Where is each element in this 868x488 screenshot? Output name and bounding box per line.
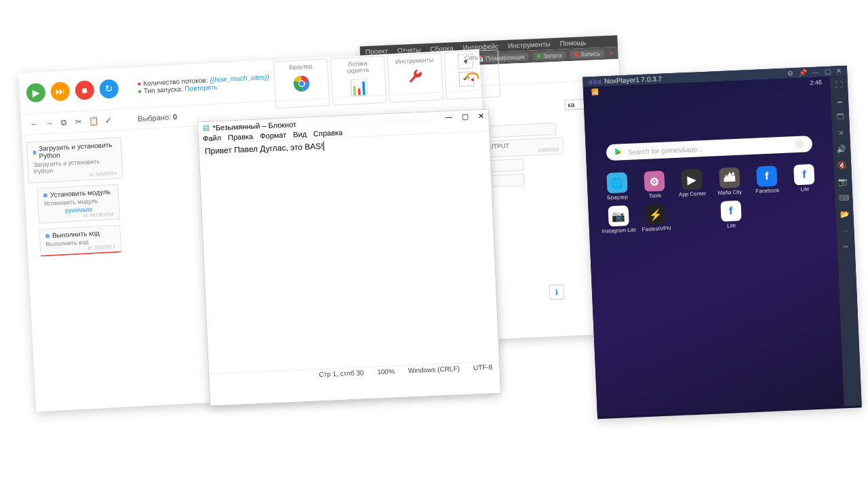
app-icon: 🏙: [719, 167, 740, 188]
android-time: 2:46: [810, 79, 822, 86]
block-id: 62080054: [96, 171, 117, 177]
nox-window-controls: ⚙ 📌 — ▢ ✕: [787, 67, 842, 77]
toolbar-record[interactable]: Запись: [570, 49, 605, 59]
nox-player-window: nox NoxPlayer1 7.0.3.7 ⚙ 📌 — ▢ ✕ 📶 2:46 …: [583, 66, 862, 420]
android-app-браузер[interactable]: 🌐Браузер: [599, 172, 635, 201]
maximize-side-icon[interactable]: 🗖: [835, 113, 846, 123]
panel-browser[interactable]: Браузер: [273, 58, 330, 108]
android-app-instagram-lite[interactable]: 📷Instagram Lite: [601, 205, 637, 235]
notepad-text: Привет Павел Дуглас, это BAS!: [205, 142, 323, 157]
toolbar-record-label: Запись: [580, 50, 601, 58]
block-id: 467303254: [90, 211, 113, 218]
nox-android-screen[interactable]: 📶 2:46 Search for games&app... 🌐Браузер⚙…: [583, 77, 844, 417]
toolbar-launch[interactable]: Запуск: [533, 51, 567, 60]
app-icon: ▶: [682, 169, 703, 190]
volume-up-icon[interactable]: 🔊: [837, 145, 847, 155]
block-run-code[interactable]: Выполнить код Выполнить код id: 25833813: [39, 225, 121, 257]
forward-icon[interactable]: →: [43, 117, 56, 129]
block-install-python[interactable]: Загрузить и установить Python Загрузить …: [26, 137, 123, 183]
screenshot-icon[interactable]: 📷: [838, 178, 848, 188]
fullscreen-icon[interactable]: ⛶: [834, 80, 844, 90]
status-zoom: 100%: [377, 367, 395, 375]
android-app-empty: [675, 202, 711, 231]
panel-logic-label: Логика скрипта: [336, 59, 379, 75]
status-position: Стр 1, стлб 30: [319, 369, 364, 378]
close-icon[interactable]: ✕: [478, 111, 485, 120]
play-store-icon: [614, 147, 623, 157]
loop-button[interactable]: ↻: [99, 79, 119, 98]
android-app-grid: 🌐Браузер⚙Tools▶App Center🏙Mafia CityfFac…: [587, 161, 836, 238]
android-app-lite[interactable]: fLite: [713, 200, 749, 229]
app-icon: 📷: [608, 205, 629, 226]
android-app-app-center[interactable]: ▶App Center: [674, 169, 710, 198]
nox-title: NoxPlayer1 7.0.3.7: [604, 75, 662, 85]
scissors-icon[interactable]: ✂: [841, 243, 851, 253]
step-button[interactable]: ⏭: [50, 81, 70, 101]
stop-button[interactable]: ■: [75, 80, 94, 100]
menu-file[interactable]: Файл: [203, 134, 222, 142]
cut-icon[interactable]: ✂: [73, 115, 85, 128]
notepad-icon: ▤: [202, 123, 210, 132]
more-icon[interactable]: ···: [840, 226, 850, 237]
nox-minimize-icon[interactable]: —: [812, 68, 819, 76]
app-label: App Center: [675, 190, 710, 198]
app-icon: ⚙: [644, 171, 665, 192]
nox-settings-icon[interactable]: ⚙: [787, 69, 793, 77]
android-app-mafia-city[interactable]: 🏙Mafia City: [711, 167, 747, 196]
nox-close-icon[interactable]: ✕: [836, 67, 842, 75]
block-title: Выполнить код: [52, 229, 100, 239]
panel-tools[interactable]: Инструменты: [387, 52, 444, 102]
menu-view[interactable]: Вид: [293, 130, 307, 139]
check-icon[interactable]: ✓: [102, 114, 115, 127]
app-label: Instagram Lite: [601, 227, 637, 235]
keyboard-icon[interactable]: ⌨: [839, 194, 849, 204]
search-placeholder: Search for games&app...: [628, 145, 703, 156]
launch-value: Повторять: [184, 83, 218, 93]
minimize-side-icon[interactable]: 🗕: [835, 96, 845, 106]
menu-help[interactable]: Помощь: [559, 39, 586, 47]
menu-tools[interactable]: Инструменты: [508, 40, 551, 49]
app-icon: f: [720, 201, 741, 222]
close-side-icon[interactable]: ✕: [836, 129, 846, 139]
menu-format[interactable]: Формат: [260, 131, 287, 140]
folder-icon[interactable]: 📂: [840, 210, 850, 220]
app-icon: ⚡: [645, 204, 666, 225]
launch-label: Тип запуска:: [144, 85, 183, 94]
menu-edit[interactable]: Правка: [228, 132, 254, 142]
notepad-text-area[interactable]: Привет Павел Дуглас, это BAS!: [199, 131, 498, 374]
status-eol: Windows (CRLF): [408, 365, 460, 374]
info-button[interactable]: ℹ: [549, 285, 565, 300]
back-icon[interactable]: ←: [28, 118, 41, 131]
toolbar-launch-label: Запуск: [543, 52, 563, 60]
volume-mute-icon[interactable]: 🔇: [837, 161, 848, 171]
selected-count: 0: [173, 113, 178, 121]
app-icon: f: [793, 164, 814, 185]
panel-net-label: Сеть: [450, 54, 492, 62]
nox-maximize-icon[interactable]: ▢: [825, 68, 831, 75]
app-label: Lite: [787, 185, 823, 192]
android-app-facebook[interactable]: fFacebook: [749, 165, 785, 195]
app-label: Mafia City: [713, 188, 748, 196]
panel-net[interactable]: Сеть: [444, 49, 501, 100]
minimize-icon[interactable]: —: [445, 113, 453, 121]
panel-browser-label: Браузер: [279, 62, 321, 71]
android-app-lite[interactable]: fLite: [787, 164, 823, 193]
copy-icon[interactable]: ⧉: [58, 116, 71, 129]
paste-icon[interactable]: 📋: [87, 115, 100, 127]
android-app-fastestvpn[interactable]: ⚡FastestVPN: [638, 203, 674, 232]
play-button[interactable]: ▶: [26, 83, 45, 102]
close-icon[interactable]: ✕: [608, 49, 614, 56]
wifi-icon: 📶: [591, 89, 599, 96]
block-install-module[interactable]: Установить модуль Установить модуль pywi…: [37, 184, 120, 224]
app-icon: f: [756, 165, 777, 186]
maximize-icon[interactable]: ▢: [462, 112, 469, 121]
block-id: 25833813: [94, 244, 115, 250]
panel-logic[interactable]: Логика скрипта 📊: [330, 56, 387, 106]
mic-icon[interactable]: [795, 140, 805, 150]
svg-point-5: [471, 78, 475, 81]
nox-pin-icon[interactable]: 📌: [799, 68, 807, 77]
menu-help[interactable]: Справка: [313, 128, 343, 138]
android-app-tools[interactable]: ⚙Tools: [637, 170, 673, 199]
app-label: Facebook: [750, 187, 785, 195]
android-search-bar[interactable]: Search for games&app...: [606, 136, 813, 161]
